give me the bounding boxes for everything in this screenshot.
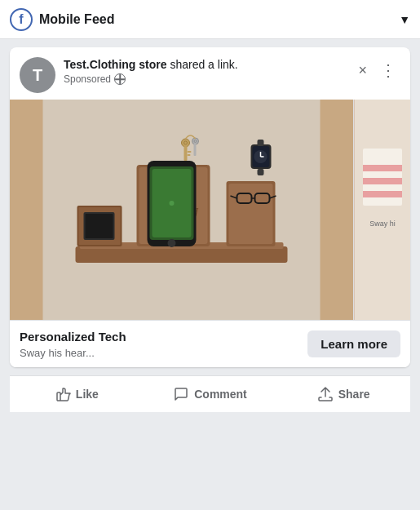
- share-button[interactable]: Share: [276, 379, 410, 409]
- action-text: shared a link.: [167, 58, 238, 71]
- share-icon: [317, 386, 334, 402]
- like-icon: [55, 386, 71, 402]
- like-label: Like: [76, 388, 99, 401]
- svg-rect-32: [188, 151, 192, 153]
- avatar: T: [20, 57, 55, 93]
- product-title: Personalized Tech: [20, 329, 299, 345]
- post-info: Test.Clothing store shared a link. Spons…: [64, 57, 355, 85]
- ad-text: Personalized Tech Sway his hear...: [20, 329, 299, 359]
- store-name[interactable]: Test.Clothing store: [64, 58, 167, 71]
- svg-rect-31: [184, 146, 188, 161]
- header-actions: × ⋮: [355, 57, 400, 83]
- svg-rect-41: [363, 191, 402, 197]
- close-button[interactable]: ×: [355, 59, 370, 82]
- svg-text:Sway hi: Sway hi: [369, 220, 396, 228]
- share-label: Share: [338, 388, 370, 401]
- product-desc: Sway his hear...: [20, 347, 299, 359]
- svg-rect-33: [188, 154, 191, 156]
- svg-point-29: [182, 139, 190, 147]
- svg-point-14: [168, 239, 176, 247]
- facebook-icon: f: [10, 8, 33, 31]
- sponsored-row: Sponsored: [64, 73, 355, 85]
- comment-button[interactable]: Comment: [144, 379, 277, 409]
- ad-bottom: Personalized Tech Sway his hear... Learn…: [10, 320, 410, 367]
- chevron-down-icon[interactable]: ▼: [399, 13, 410, 26]
- learn-more-button[interactable]: Learn more: [307, 330, 400, 357]
- globe-icon: [114, 73, 126, 85]
- svg-rect-37: [355, 100, 410, 320]
- svg-rect-40: [363, 178, 402, 184]
- ad-secondary-image[interactable]: Sway hi: [353, 100, 410, 320]
- svg-rect-6: [86, 214, 113, 238]
- comment-icon: [173, 386, 189, 402]
- top-bar: f Mobile Feed ▼: [0, 0, 420, 39]
- feed-title: Mobile Feed: [39, 12, 399, 27]
- svg-rect-28: [258, 169, 264, 175]
- ad-main-image[interactable]: ANDREW: [10, 100, 353, 320]
- post-title: Test.Clothing store shared a link.: [64, 57, 355, 72]
- sponsored-label: Sponsored: [64, 73, 111, 85]
- post-card: T Test.Clothing store shared a link. Spo…: [10, 47, 410, 367]
- svg-point-34: [192, 138, 199, 144]
- svg-point-13: [170, 201, 175, 206]
- comment-label: Comment: [194, 388, 247, 401]
- ad-image-row: ANDREW: [10, 100, 410, 320]
- svg-rect-39: [363, 165, 402, 171]
- post-actions: Like Comment Share: [10, 375, 410, 412]
- more-options-button[interactable]: ⋮: [377, 57, 400, 83]
- svg-rect-36: [194, 144, 197, 156]
- like-button[interactable]: Like: [10, 379, 144, 409]
- post-header: T Test.Clothing store shared a link. Spo…: [10, 47, 410, 100]
- svg-rect-27: [258, 140, 264, 146]
